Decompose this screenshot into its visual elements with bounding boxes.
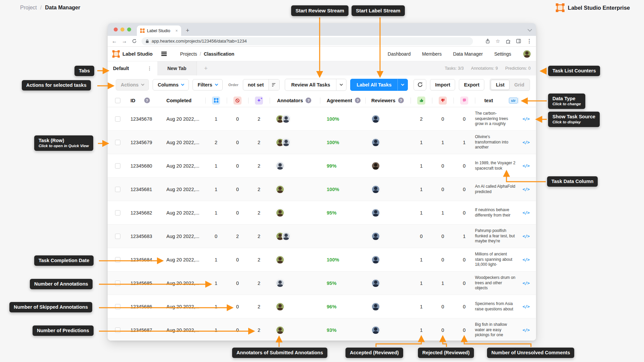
list-view-button[interactable]: List [491,80,509,90]
app-brand[interactable]: Label Studio [122,51,153,57]
chevron-down-icon[interactable] [528,27,532,32]
avatar[interactable] [276,208,284,217]
show-source-icon[interactable]: </> [523,257,529,262]
column-header-agreement[interactable]: Agreement ? [320,94,365,107]
share-icon[interactable] [485,39,490,44]
row-checkbox[interactable] [115,187,120,192]
table-row[interactable]: 12345681 Aug 20 2022,... 1 0 2 100% 1 0 … [108,178,536,201]
label-dropdown-icon[interactable] [397,79,408,90]
add-tab-icon[interactable]: + [204,65,208,72]
forward-icon[interactable]: → [122,39,127,44]
breadcrumb-section[interactable]: Project [20,5,37,11]
column-header-completed[interactable]: Completed [158,94,205,107]
nav-item-dashboard[interactable]: Dashboard [388,51,411,57]
avatar[interactable] [371,232,380,241]
avatar[interactable] [276,255,284,264]
table-row[interactable]: 12345680 Aug 20 2022,... 1 0 2 99% 1 0 0… [108,154,536,178]
column-header-rejected[interactable] [432,94,453,107]
nav-item-data-manager[interactable]: Data Manager [453,51,483,57]
avatar[interactable] [282,115,290,123]
row-checkbox[interactable] [115,327,120,333]
nav-item-members[interactable]: Members [422,51,441,57]
export-button[interactable]: Export [459,79,484,90]
tab-close-icon[interactable]: × [175,28,178,33]
help-icon[interactable]: ? [398,98,404,103]
app-logo-icon[interactable] [112,50,120,58]
actions-button[interactable]: Actions [116,79,149,90]
tab-default[interactable]: Default ⋮ [108,61,157,75]
show-source-icon[interactable]: </> [523,327,529,333]
maximize-window-button[interactable] [127,27,131,32]
row-checkbox[interactable] [115,304,120,309]
avatar[interactable] [276,302,284,311]
avatar[interactable] [276,326,284,335]
review-dropdown-icon[interactable] [336,79,346,90]
table-row[interactable]: 12345685 Aug 20 2022,... 1 0 2 95% 1 1 0… [108,272,536,295]
back-icon[interactable]: ← [112,39,117,44]
table-row[interactable]: 12345678 Aug 20 2022,... 1 0 2 100% 2 0 … [108,107,536,131]
help-icon[interactable]: ? [306,98,311,103]
show-source-icon[interactable]: </> [523,304,529,309]
nav-project-current[interactable]: Classification [204,51,234,57]
avatar[interactable] [282,138,290,147]
table-row[interactable]: 12345687 Aug 20 2022,... 1 0 2 93% 1 0 0… [108,318,536,341]
avatar[interactable] [371,255,380,264]
review-all-tasks-button[interactable]: Review All Tasks [285,79,346,91]
avatar[interactable] [371,115,380,123]
avatar[interactable] [276,185,284,194]
table-row[interactable]: 12345686 Aug 20 2022,... 1 0 2 96% 1 0 0… [108,295,536,318]
extensions-icon[interactable] [506,39,511,44]
avatar[interactable] [276,162,284,170]
nav-item-settings[interactable]: Settings [494,51,511,57]
table-row[interactable]: 12345682 Aug 20 2022,... 1 0 2 95% 1 1 0… [108,201,536,225]
column-header-text[interactable]: text str [475,94,519,107]
data-type-badge[interactable]: str [509,98,518,104]
avatar[interactable] [371,279,380,288]
user-avatar[interactable] [523,50,531,58]
side-panel-icon[interactable] [516,39,521,43]
show-source-icon[interactable]: </> [523,163,529,168]
order-value[interactable]: not set [243,79,269,90]
grid-view-button[interactable]: Grid [509,80,529,90]
show-source-icon[interactable]: </> [523,281,529,286]
address-bar[interactable]: app.heartex.com/projects/123456/data?tab… [142,37,473,45]
column-header-annotations[interactable] [205,94,227,107]
refresh-button[interactable] [414,79,426,90]
order-control[interactable]: not set [243,79,280,90]
browser-menu-icon[interactable]: ⋮ [527,38,532,44]
table-row[interactable]: 12345679 Aug 20 2022,... 2 0 2 100% 1 1 … [108,131,536,154]
columns-button[interactable]: Columns [153,79,189,90]
label-all-tasks-button[interactable]: Label All Tasks [350,79,408,91]
show-source-icon[interactable]: </> [523,140,529,145]
column-header-accepted[interactable] [411,94,432,107]
hamburger-menu-icon[interactable] [161,53,167,54]
row-checkbox[interactable] [115,257,120,262]
show-source-icon[interactable]: </> [523,116,529,121]
nav-projects-link[interactable]: Projects [180,51,197,57]
row-checkbox[interactable] [115,210,120,216]
column-header-annotators[interactable]: Annotators ? [270,94,320,107]
column-header-id[interactable]: ID ? [126,94,158,107]
select-all-checkbox[interactable] [115,98,120,103]
avatar[interactable] [282,232,290,241]
row-checkbox[interactable] [115,140,120,145]
avatar[interactable] [371,138,380,147]
row-checkbox[interactable] [115,116,120,122]
tab-options-icon[interactable]: ⋮ [147,66,152,71]
table-row[interactable]: 12345683 Aug 20 2022,... 0 2 2 0 0 1 Pah… [108,225,536,248]
avatar[interactable] [371,208,380,217]
column-header-skipped[interactable] [227,94,248,107]
browser-tab[interactable]: Label Studio × [137,25,181,36]
window-controls[interactable] [114,27,131,32]
column-header-comments[interactable] [453,94,475,107]
help-icon[interactable]: ? [144,98,150,103]
show-source-icon[interactable]: </> [523,210,529,215]
show-source-icon[interactable]: </> [523,187,529,192]
avatar[interactable] [371,162,380,170]
row-checkbox[interactable] [115,163,120,169]
avatar[interactable] [371,185,380,194]
close-window-button[interactable] [114,27,118,32]
column-header-predictions[interactable]: ✦ [248,94,270,107]
tab-new-tab[interactable]: New Tab [157,61,197,75]
reload-icon[interactable] [132,39,137,44]
